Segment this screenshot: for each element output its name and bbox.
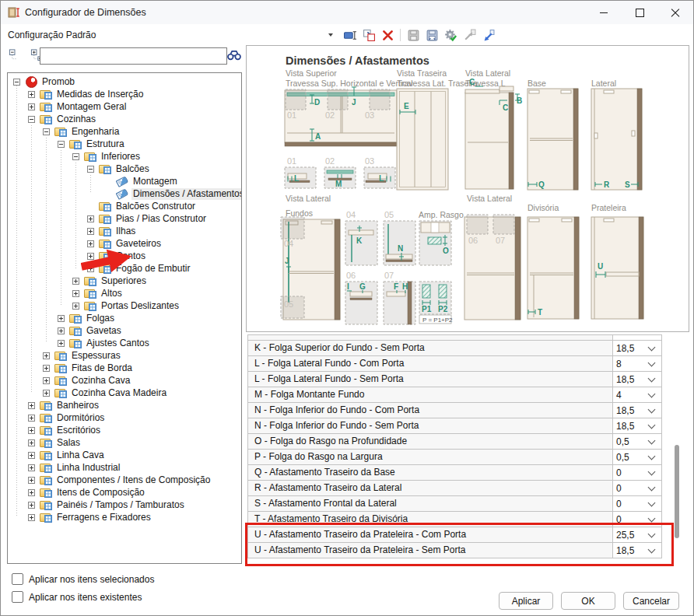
- tree-expander[interactable]: [58, 327, 65, 334]
- push-config-button[interactable]: [462, 28, 477, 42]
- tree-expander[interactable]: [87, 240, 94, 247]
- tree-expander[interactable]: [72, 153, 79, 160]
- tree-item[interactable]: Fitas de Borda: [8, 362, 241, 374]
- tree-expander[interactable]: [58, 141, 65, 148]
- tree-expander[interactable]: [28, 415, 35, 422]
- tree-search-input[interactable]: [40, 47, 227, 65]
- tree-item[interactable]: Salas: [8, 436, 241, 449]
- export-config-button[interactable]: [425, 28, 440, 42]
- tree-expander[interactable]: [43, 352, 50, 359]
- save-config-button[interactable]: [406, 28, 421, 42]
- tree-expander[interactable]: [87, 253, 94, 260]
- tree-item[interactable]: Linha Cava: [8, 449, 241, 461]
- param-value-dropdown[interactable]: 25,5: [612, 527, 661, 542]
- tree-item[interactable]: Cozinha Cava: [8, 374, 241, 387]
- tree-item[interactable]: Gavetas: [8, 324, 241, 337]
- combobox-arrow-icon[interactable]: [328, 33, 333, 37]
- apply-selected-checkbox[interactable]: [12, 573, 23, 585]
- tree-item[interactable]: Ajustes Cantos: [8, 337, 241, 349]
- tree-expander[interactable]: [87, 166, 94, 173]
- close-button[interactable]: [657, 1, 693, 24]
- tree-expander[interactable]: [43, 128, 50, 135]
- param-value-dropdown[interactable]: 0,5: [612, 434, 661, 449]
- copy-config-button[interactable]: [362, 28, 377, 42]
- tree-expander[interactable]: [72, 290, 79, 297]
- param-value-dropdown[interactable]: 0: [612, 496, 661, 511]
- param-value-dropdown[interactable]: 0: [612, 512, 661, 527]
- tree-item[interactable]: Inferiores: [8, 150, 241, 163]
- tree-expander[interactable]: [58, 315, 65, 322]
- tree-expander[interactable]: [43, 365, 50, 372]
- cancel-button[interactable]: Cancelar: [623, 592, 679, 610]
- tree-item[interactable]: Cozinha Cava Madeira: [8, 387, 241, 399]
- tree-expander[interactable]: [87, 228, 94, 235]
- apply-button[interactable]: Aplicar: [499, 592, 553, 610]
- tree-item[interactable]: Medidas de Inserção: [8, 88, 241, 100]
- tree-item[interactable]: Montagem: [8, 175, 241, 187]
- apply-config-button[interactable]: [443, 28, 458, 42]
- tree-item[interactable]: Altos: [8, 287, 241, 299]
- param-value-dropdown[interactable]: 0: [612, 465, 661, 480]
- tree-expander[interactable]: [72, 303, 79, 310]
- param-value-dropdown[interactable]: 18,5: [612, 403, 661, 418]
- tree-expander[interactable]: [28, 464, 35, 471]
- tree-item[interactable]: Balcões Construtor: [8, 200, 241, 212]
- param-value-dropdown[interactable]: 0: [612, 481, 661, 495]
- tree-item[interactable]: Itens de Composição: [8, 486, 241, 499]
- param-value-dropdown[interactable]: 0,5: [612, 450, 661, 464]
- tree-expander[interactable]: [28, 489, 35, 496]
- tree-expander[interactable]: [87, 265, 94, 272]
- tree-expander[interactable]: [43, 377, 50, 384]
- tree-item[interactable]: Montagem Geral: [8, 100, 241, 113]
- tree-expander[interactable]: [28, 452, 35, 459]
- tree-item[interactable]: Escritórios: [8, 424, 241, 436]
- tree-item[interactable]: Painéis / Tampos / Tamburatos: [8, 499, 241, 511]
- tree-item-promob[interactable]: Promob: [8, 75, 241, 88]
- tree-expander[interactable]: [28, 103, 35, 110]
- tree-expander[interactable]: [13, 79, 20, 86]
- pull-config-button[interactable]: [481, 28, 496, 42]
- tree-item[interactable]: Banheiros: [8, 399, 241, 411]
- param-scrollbar-thumb[interactable]: [675, 445, 679, 538]
- minimize-button[interactable]: [586, 1, 622, 24]
- tree-item[interactable]: Componentes / Itens de Composição: [8, 474, 241, 486]
- tree-item[interactable]: Estrutura: [8, 138, 241, 150]
- tree-item[interactable]: Cozinhas: [8, 113, 241, 125]
- tree-item[interactable]: Ilhas: [8, 225, 241, 237]
- tree-item-selected[interactable]: Dimensões / Afastamentos: [8, 187, 241, 200]
- param-value-dropdown[interactable]: 18,5: [612, 341, 661, 355]
- tree-expander[interactable]: [28, 477, 35, 484]
- tree-expander[interactable]: [87, 215, 94, 222]
- param-value-dropdown[interactable]: 8: [612, 356, 661, 371]
- param-value-dropdown[interactable]: 18,5: [612, 543, 661, 558]
- param-value-dropdown[interactable]: 18,5: [612, 372, 661, 387]
- tree-item[interactable]: Linha Industrial: [8, 461, 241, 474]
- apply-existing-checkbox[interactable]: [12, 591, 23, 603]
- tree-item[interactable]: Cantos: [8, 250, 241, 262]
- tree-item[interactable]: Engenharia: [8, 125, 241, 138]
- tree-expander[interactable]: [43, 390, 50, 397]
- tree-item[interactable]: Fogão de Embutir: [8, 262, 241, 275]
- tree-item[interactable]: Portas Deslizantes: [8, 299, 241, 312]
- tree-item[interactable]: Folgas: [8, 312, 241, 324]
- ok-button[interactable]: OK: [561, 592, 615, 610]
- maximize-button[interactable]: [622, 1, 657, 24]
- tree-item[interactable]: Pias / Pias Construtor: [8, 212, 241, 225]
- tree-item[interactable]: Balcões: [8, 163, 241, 175]
- configuration-combobox[interactable]: Configuração Padrão: [8, 30, 328, 40]
- tree-expander[interactable]: [28, 514, 35, 521]
- collapse-all-button[interactable]: [9, 48, 20, 61]
- rename-config-button[interactable]: [343, 28, 358, 42]
- tree-expander[interactable]: [28, 427, 35, 434]
- tree-expander[interactable]: [58, 340, 65, 347]
- param-value-dropdown[interactable]: 18,5: [612, 418, 661, 433]
- tree-expander[interactable]: [28, 502, 35, 509]
- tree-expander[interactable]: [72, 278, 79, 285]
- tree-item[interactable]: Dormitórios: [8, 411, 241, 424]
- find-button[interactable]: [226, 48, 242, 61]
- tree-item[interactable]: Espessuras: [8, 349, 241, 362]
- configuration-tree[interactable]: Promob Medidas de Inserção Montagem Gera…: [7, 72, 242, 564]
- param-value-dropdown[interactable]: 4: [612, 387, 661, 402]
- tree-item[interactable]: Ferragens e Fixadores: [8, 511, 241, 523]
- tree-expander[interactable]: [28, 402, 35, 409]
